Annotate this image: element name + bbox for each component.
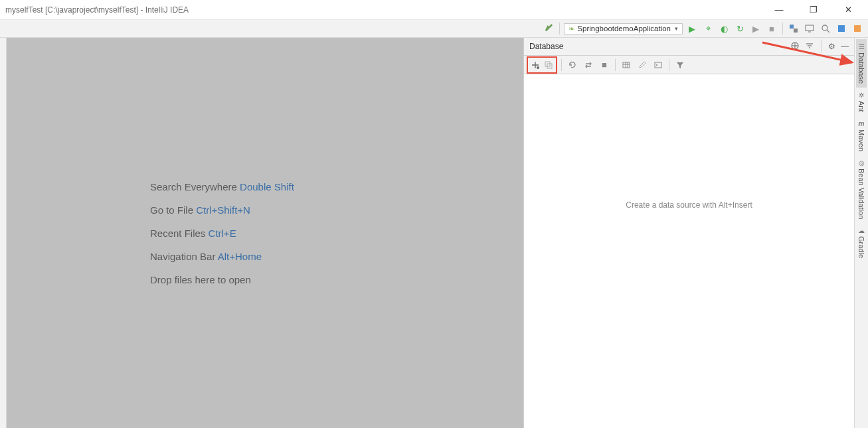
right-tab-label: Gradle xyxy=(857,236,865,258)
gradle-icon: ☁ xyxy=(858,227,865,234)
hint-label: Drop files here to open xyxy=(150,274,251,285)
hint-row: Go to File Ctrl+Shift+N xyxy=(150,204,250,216)
right-tab-bean-validation[interactable]: ◎ Bean Validation xyxy=(856,155,867,223)
sync-icon[interactable] xyxy=(582,58,595,72)
run-disabled-icon: ▶ xyxy=(749,22,762,35)
annotation-arrow xyxy=(759,36,865,76)
table-icon[interactable] xyxy=(620,58,633,72)
hint-shortcut: Ctrl+E xyxy=(209,228,236,239)
right-tab-label: Bean Validation xyxy=(857,169,865,219)
edit-icon[interactable] xyxy=(636,58,649,72)
database-content: Create a data source with Alt+Insert xyxy=(524,74,854,428)
hint-row: Drop files here to open xyxy=(150,274,251,285)
notification-icon[interactable] xyxy=(851,22,864,35)
database-panel: Database ⚙ — xyxy=(523,38,854,428)
spring-leaf-icon: ❧ xyxy=(568,25,574,33)
hint-row: Recent Files Ctrl+E xyxy=(150,228,236,239)
run-configuration-selector[interactable]: ❧ SpringbootdemoApplication ▾ xyxy=(564,23,683,35)
debug-icon[interactable]: ⌖ xyxy=(701,22,715,35)
coverage-icon[interactable]: ◐ xyxy=(717,22,731,35)
stop-icon[interactable]: ■ xyxy=(598,58,611,72)
editor-empty-state: Search Everywhere Double Shift Go to Fil… xyxy=(7,38,523,428)
right-tab-maven[interactable]: m Maven xyxy=(856,116,867,155)
hint-label: Navigation Bar xyxy=(150,251,215,262)
bean-icon: ◎ xyxy=(859,159,865,167)
svg-rect-5 xyxy=(854,25,861,32)
maximize-button[interactable]: ❐ xyxy=(804,5,823,15)
database-panel-title: Database xyxy=(529,42,563,51)
right-tab-gradle[interactable]: ☁ Gradle xyxy=(856,223,867,262)
hint-row: Navigation Bar Alt+Home xyxy=(150,251,262,262)
run-config-label: SpringbootdemoApplication xyxy=(577,25,671,33)
hint-label: Search Everywhere xyxy=(150,181,237,192)
build-icon[interactable] xyxy=(542,22,555,35)
git-icon[interactable] xyxy=(787,22,800,35)
chevron-down-icon: ▾ xyxy=(675,25,678,32)
right-tab-label: Ant xyxy=(857,101,865,112)
run-icon[interactable]: ▶ xyxy=(685,22,699,35)
stop-icon[interactable]: ■ xyxy=(765,22,778,35)
svg-point-7 xyxy=(537,66,539,69)
console-icon[interactable] xyxy=(651,58,665,72)
window-controls: — ❐ ✕ xyxy=(770,5,863,15)
left-gutter xyxy=(0,38,7,428)
database-empty-hint: Create a data source with Alt+Insert xyxy=(626,200,752,210)
ant-icon: ✲ xyxy=(859,92,864,99)
refresh-icon[interactable] xyxy=(566,58,579,72)
plugin-icon[interactable] xyxy=(835,22,848,35)
minimize-button[interactable]: — xyxy=(770,5,788,15)
svg-point-3 xyxy=(822,25,827,31)
filter-icon[interactable] xyxy=(673,58,687,72)
svg-rect-2 xyxy=(806,25,814,31)
close-button[interactable]: ✕ xyxy=(839,5,857,15)
svg-rect-1 xyxy=(794,29,798,33)
right-tab-label: Maven xyxy=(857,129,865,151)
search-icon[interactable] xyxy=(819,22,832,35)
main-toolbar: ❧ SpringbootdemoApplication ▾ ▶ ⌖ ◐ ↻ ▶ … xyxy=(0,20,868,38)
hint-shortcut: Alt+Home xyxy=(218,251,262,262)
main-body: Search Everywhere Double Shift Go to Fil… xyxy=(0,38,868,428)
right-tab-ant[interactable]: ✲ Ant xyxy=(856,88,867,116)
hint-shortcut: Ctrl+Shift+N xyxy=(196,204,250,216)
window-title: myselfTest [C:\javaproject\myselfTest] -… xyxy=(5,5,189,15)
right-toolwindow-bar: ☰ Database ✲ Ant m Maven ◎ Bean Validati… xyxy=(854,38,868,428)
profile-icon[interactable]: ↻ xyxy=(733,22,746,35)
svg-line-12 xyxy=(762,42,852,62)
desktop-icon[interactable] xyxy=(803,22,816,35)
add-icon[interactable] xyxy=(529,58,542,72)
hint-label: Recent Files xyxy=(150,228,205,239)
svg-rect-0 xyxy=(790,25,794,29)
hint-shortcut: Double Shift xyxy=(240,181,294,192)
svg-rect-10 xyxy=(623,62,630,68)
title-bar: myselfTest [C:\javaproject\myselfTest] -… xyxy=(0,0,868,20)
duplicate-icon[interactable] xyxy=(542,58,555,72)
svg-rect-4 xyxy=(838,25,845,32)
hint-row: Search Everywhere Double Shift xyxy=(150,181,294,192)
maven-icon: m xyxy=(859,120,865,127)
highlight-annotation xyxy=(527,56,557,74)
hint-label: Go to File xyxy=(150,204,193,216)
